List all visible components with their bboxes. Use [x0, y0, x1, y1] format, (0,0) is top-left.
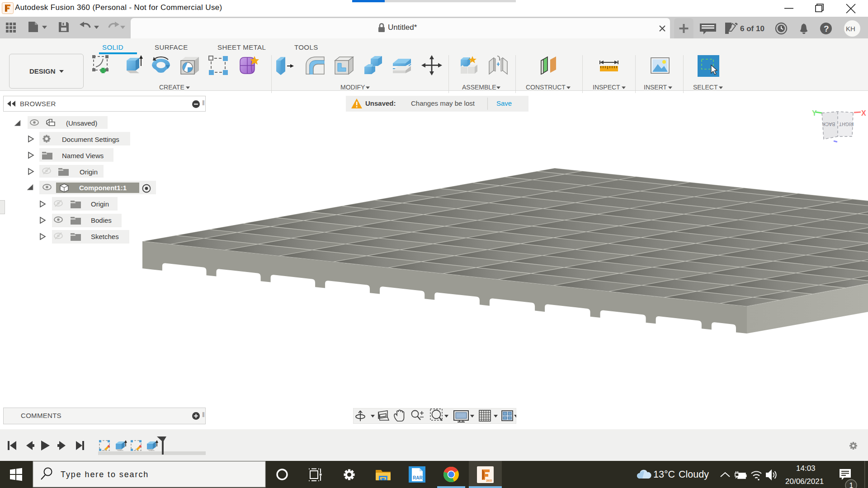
svg-text:1: 1: [849, 482, 854, 488]
svg-text:360: 360: [486, 479, 492, 483]
svg-text:?: ?: [824, 24, 829, 33]
svg-text:Cloudy: Cloudy: [679, 469, 709, 480]
svg-text:RIGHT: RIGHT: [839, 122, 854, 127]
svg-text:Y: Y: [812, 109, 817, 117]
svg-text:Type here to search: Type here to search: [61, 470, 149, 479]
svg-text:X: X: [861, 109, 866, 117]
svg-text:RAR: RAR: [413, 475, 423, 480]
svg-text:13°C: 13°C: [653, 469, 675, 480]
svg-text:6 of 10: 6 of 10: [740, 24, 764, 33]
svg-text:20/06/2021: 20/06/2021: [785, 477, 824, 486]
svg-text:14:03: 14:03: [796, 464, 816, 473]
svg-text:BACK: BACK: [822, 122, 835, 127]
svg-text:KH: KH: [846, 25, 855, 33]
